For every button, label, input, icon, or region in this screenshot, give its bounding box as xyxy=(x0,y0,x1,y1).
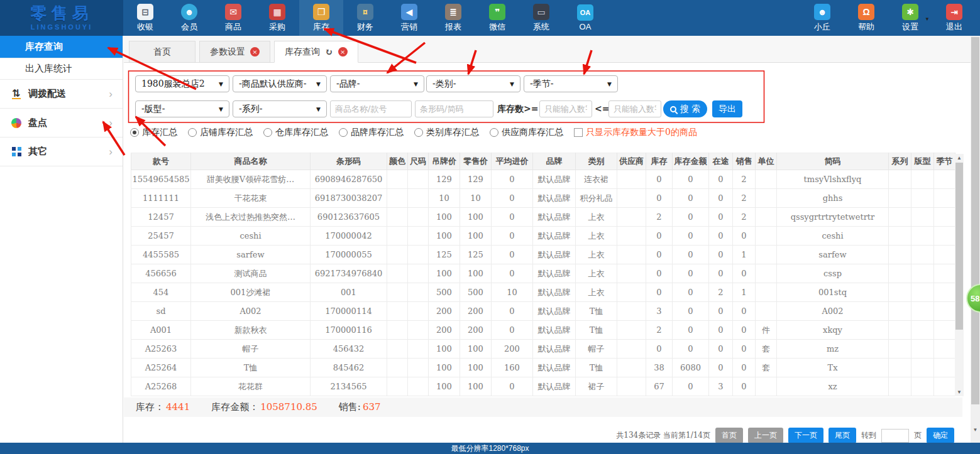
column-header[interactable]: 尺码 xyxy=(408,153,429,170)
nav-item-settings[interactable]: ✱ 设置 ▼ xyxy=(888,0,932,36)
column-header[interactable]: 版型 xyxy=(911,153,934,170)
stock-min-input[interactable] xyxy=(539,100,592,117)
product-box-icon: ✉ xyxy=(225,4,241,20)
category-select[interactable]: -类别- ▼ xyxy=(426,75,520,92)
nav-item-finance[interactable]: ¤ 财务 xyxy=(343,0,387,36)
search-button[interactable]: 搜 索 xyxy=(663,100,707,117)
column-header[interactable]: 品牌 xyxy=(533,153,576,170)
only-positive-stock-checkbox[interactable]: 只显示库存数量大于0的商品 xyxy=(574,127,697,138)
nav-item-help[interactable]: Ω 帮助 xyxy=(844,0,888,36)
table-row[interactable]: A25268花花群21345651001000默认品牌裙子67030xz xyxy=(131,377,955,396)
radio-summary-mode-3[interactable]: 品牌库存汇总 xyxy=(339,127,404,138)
close-icon[interactable]: × xyxy=(338,47,348,57)
table-row[interactable]: 454001沙滩裙00150050010默认品牌上衣0021001stq xyxy=(131,283,955,302)
table-row[interactable]: 4455585sarfew1700000551251250默认品牌上衣0001s… xyxy=(131,246,955,264)
page-上一页-button[interactable]: 上一页 xyxy=(748,428,783,443)
column-header[interactable]: 销售 xyxy=(733,153,756,170)
tab-home[interactable]: 首页 xyxy=(129,41,195,63)
column-header[interactable]: 商品名称 xyxy=(191,153,311,170)
barcode-input[interactable] xyxy=(415,100,493,117)
column-header[interactable]: 款号 xyxy=(131,153,191,170)
table-row[interactable]: A25263帽子456432100100200默认品牌帽子0000套mz xyxy=(131,340,955,359)
nav-item-report[interactable]: ≣ 报表 xyxy=(431,0,475,36)
chevron-right-icon: › xyxy=(109,88,113,100)
column-header[interactable]: 颜色 xyxy=(387,153,408,170)
brand-select[interactable]: -品牌- ▼ xyxy=(330,75,424,92)
nav-item-logout[interactable]: ⇥ 退出 xyxy=(932,0,976,36)
nav-item-label: 报表 xyxy=(445,21,461,33)
supplier-select[interactable]: -商品默认供应商- ▼ xyxy=(233,75,327,92)
page-scrollbar-thumb[interactable] xyxy=(971,37,979,404)
nav-item-member[interactable]: ☻ 会员 xyxy=(167,0,211,36)
sidebar-item-in-out-stats[interactable]: 出入库统计 xyxy=(0,58,123,80)
sidebar-item-stock-query[interactable]: 库存查询 xyxy=(0,36,123,58)
nav-item-user[interactable]: ☻ 小丘 xyxy=(800,0,844,36)
column-header[interactable]: 库存金额 xyxy=(673,153,709,170)
table-row[interactable]: A25264T恤845462100100160默认品牌T恤38608000套Tx xyxy=(131,359,955,377)
column-header[interactable]: 平均进价 xyxy=(492,153,533,170)
column-header[interactable]: 系列 xyxy=(889,153,911,170)
product-name-input[interactable] xyxy=(330,100,412,117)
column-header[interactable]: 供应商 xyxy=(617,153,646,170)
column-header[interactable]: 类别 xyxy=(576,153,617,170)
column-header[interactable]: 简码 xyxy=(777,153,889,170)
tab-param-settings[interactable]: 参数设置 × xyxy=(199,41,270,63)
sidebar-item-others[interactable]: 其它 › xyxy=(0,138,123,166)
table-row[interactable]: 1111111干花花束691873003820710100默认品牌积分礼品000… xyxy=(131,189,955,208)
radio-summary-mode-1[interactable]: 店铺库存汇总 xyxy=(188,127,253,138)
page-下一页-button[interactable]: 下一页 xyxy=(788,428,823,443)
sidebar-item-stocktake[interactable]: 盘点 › xyxy=(0,109,123,138)
column-header[interactable]: 吊牌价 xyxy=(429,153,460,170)
table-row[interactable]: 456656测试商品69217349768401001000默认品牌上衣0000… xyxy=(131,264,955,283)
column-header[interactable]: 单位 xyxy=(756,153,777,170)
scroll-up-icon[interactable]: ▲ xyxy=(955,154,964,162)
column-header[interactable]: 条形码 xyxy=(311,153,387,170)
tabs-bar: 首页 参数设置 × 库存查询 ↻ × xyxy=(124,36,971,63)
stock-max-input[interactable] xyxy=(608,100,661,117)
pattern-select[interactable]: -版型- ▼ xyxy=(135,100,229,117)
radio-summary-mode-0[interactable]: 库存汇总 xyxy=(130,127,177,138)
nav-item-product[interactable]: ✉ 商品 xyxy=(211,0,255,36)
nav-item-purchase[interactable]: ▦ 采购 xyxy=(255,0,299,36)
sidebar-item-transfer-delivery[interactable]: ⇅ 调拨配送 › xyxy=(0,80,123,109)
nav-item-wechat[interactable]: ❞ 微信 xyxy=(475,0,519,36)
table-scrollbar[interactable]: ▲ ▼ xyxy=(955,154,964,396)
page-尾页-button[interactable]: 尾页 xyxy=(829,428,856,443)
system-monitor-icon: ▭ xyxy=(533,4,549,20)
store-select[interactable]: 1980服装总店2 ▼ xyxy=(135,75,229,92)
series-select[interactable]: -系列- ▼ xyxy=(233,100,327,117)
jump-confirm-button[interactable]: 确定 xyxy=(927,428,954,443)
grid-squares-icon xyxy=(12,147,21,156)
column-header[interactable]: 库存 xyxy=(646,153,673,170)
table-row[interactable]: sdA0021700001142002000默认品牌T恤3000A002 xyxy=(131,302,955,321)
nav-item-cashier[interactable]: ⊟ 收银 xyxy=(123,0,167,36)
radio-summary-mode-2[interactable]: 仓库库存汇总 xyxy=(263,127,328,138)
page-scroll-down-icon[interactable]: ▼ xyxy=(971,426,980,434)
scroll-down-icon[interactable]: ▼ xyxy=(955,388,964,396)
table-row[interactable]: 12457浅色上衣过热推热突然…6901236376051001000默认品牌上… xyxy=(131,208,955,227)
column-header[interactable]: 在途 xyxy=(709,153,733,170)
close-icon[interactable]: × xyxy=(250,47,260,57)
refresh-icon[interactable]: ↻ xyxy=(325,46,333,58)
radio-summary-mode-4[interactable]: 类别库存汇总 xyxy=(414,127,479,138)
table-row[interactable]: A001新款秋衣1700001162002000默认品牌T恤2000件xkqy xyxy=(131,321,955,340)
report-clipboard-icon: ≣ xyxy=(445,4,461,20)
table-row[interactable]: 25457ceshi1700000421001000默认品牌上衣0000cesh… xyxy=(131,227,955,246)
tab-stock-query[interactable]: 库存查询 ↻ × xyxy=(274,41,358,63)
jump-page-input[interactable] xyxy=(881,429,909,443)
nav-item-marketing[interactable]: ◀ 营销 xyxy=(387,0,431,36)
column-header[interactable]: 零售价 xyxy=(460,153,492,170)
nav-item-oa[interactable]: OA OA xyxy=(563,0,607,36)
nav-item-inventory[interactable]: ❒ 库存 xyxy=(299,0,343,36)
column-header[interactable]: 季节 xyxy=(934,153,955,170)
pagination-info: 共134条记录 当前第1/14页 xyxy=(616,430,710,441)
season-select[interactable]: -季节- ▼ xyxy=(524,75,618,92)
page-首页-button[interactable]: 首页 xyxy=(715,428,743,443)
export-button[interactable]: 导出 xyxy=(712,100,742,117)
nav-item-system[interactable]: ▭ 系统 xyxy=(519,0,563,36)
radio-summary-mode-5[interactable]: 供应商库存汇总 xyxy=(490,127,563,138)
table-row[interactable]: 15549654585甜美收腰V领碎花雪纺…690894628765012912… xyxy=(131,170,955,189)
page-scrollbar[interactable]: ▼ xyxy=(971,36,980,443)
finance-abacus-icon: ¤ xyxy=(357,4,373,20)
table-scrollbar-thumb[interactable] xyxy=(955,163,963,330)
